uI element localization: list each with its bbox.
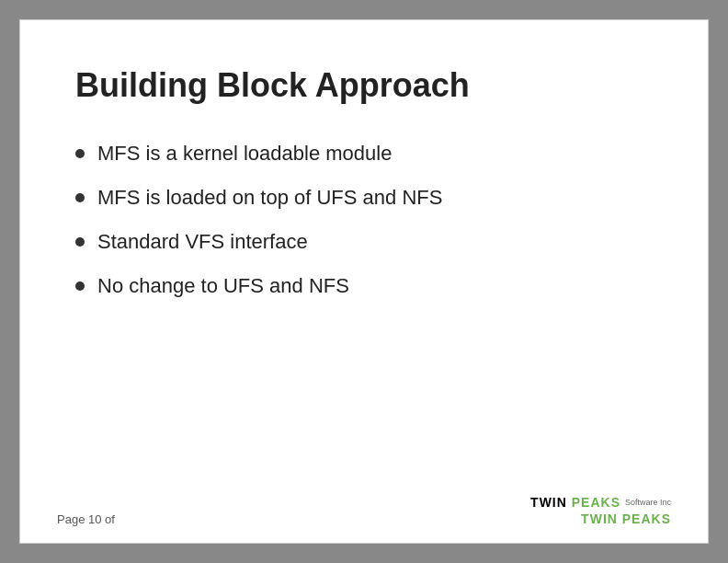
- list-item: MFS is a kernel loadable module: [75, 142, 653, 166]
- bullet-text-1: MFS is a kernel loadable module: [97, 142, 392, 166]
- logo-line-2: TWIN PEAKS: [581, 511, 671, 526]
- list-item: Standard VFS interface: [75, 230, 653, 254]
- bullet-list: MFS is a kernel loadable module MFS is l…: [75, 142, 653, 298]
- bullet-text-3: Standard VFS interface: [97, 230, 308, 254]
- page-number: Page 10 of: [57, 512, 115, 526]
- bullet-dot: [75, 193, 85, 202]
- logo-area: TWIN PEAKS Software Inc TWIN PEAKS: [530, 495, 671, 526]
- bullet-dot: [75, 282, 85, 291]
- logo-text-1: TWIN PEAKS: [530, 495, 620, 510]
- bullet-dot: [75, 149, 85, 158]
- bullet-text-2: MFS is loaded on top of UFS and NFS: [97, 186, 442, 210]
- bullet-text-4: No change to UFS and NFS: [97, 274, 349, 298]
- list-item: MFS is loaded on top of UFS and NFS: [75, 186, 653, 210]
- logo-line-1: TWIN PEAKS Software Inc: [530, 495, 671, 510]
- bullet-dot: [75, 237, 85, 247]
- footer: Page 10 of TWIN PEAKS Software Inc TWIN …: [57, 495, 671, 526]
- list-item: No change to UFS and NFS: [75, 274, 653, 298]
- logo-text-2: TWIN PEAKS: [581, 511, 671, 526]
- logo-software-text: Software Inc: [625, 498, 671, 507]
- slide-title: Building Block Approach: [75, 66, 653, 105]
- slide: Building Block Approach MFS is a kernel …: [19, 19, 709, 544]
